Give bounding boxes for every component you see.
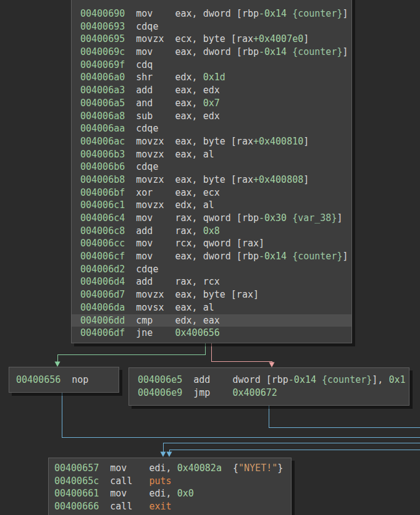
basic-block-00400656[interactable]: 00400656 nop [9,367,119,393]
instruction-mnemonic: jmp [182,387,232,398]
disasm-line[interactable]: 004006b6 cdqe [72,161,351,174]
graph-canvas[interactable]: 00400690 mov eax, dword [rbp-0x14 {count… [0,0,420,515]
instruction-address: 004006dd [80,315,125,326]
instruction-mnemonic: movzx [125,289,175,300]
disasm-line[interactable]: 0040065c call puts [49,475,291,488]
disasm-line[interactable]: 00400693 cdqe [72,20,351,33]
instruction-mnemonic: jne [125,327,175,338]
basic-block-00400690[interactable]: 00400690 mov eax, dword [rbp-0x14 {count… [71,0,352,343]
disasm-line[interactable]: 004006e5 add dword [rbp-0x14 {counter}],… [129,374,409,387]
disasm-line[interactable]: 004006ac movzx eax, byte [rax+0x400810] [72,135,351,148]
disasm-line[interactable]: 004006a3 add eax, edx [72,84,351,97]
instruction-mnemonic: movzx [125,33,175,44]
disasm-line[interactable]: 004006d4 add rax, rcx [72,275,351,288]
instruction-mnemonic: mov [125,46,175,57]
edge-in-to-00400657-a [163,443,420,452]
instruction-address: 004006a0 [80,72,125,83]
disasm-line[interactable]: 004006aa cdqe [72,122,351,135]
operand-token-t [287,8,292,19]
instruction-address: 004006b8 [80,174,125,185]
instruction-mnemonic: movzx [125,149,175,160]
disasm-line[interactable]: 004006e9 jmp 0x400672 [129,387,409,400]
operand-token-t: eax, byte [rax [175,136,253,147]
instruction-address: 004006b6 [80,161,125,172]
disasm-line[interactable]: 004006c8 add rax, 0x8 [72,225,351,238]
instruction-address: 00400657 [54,463,99,474]
operand-token-n: -0x30 [259,212,287,224]
disasm-line[interactable]: 004006cf mov eax, dword [rbp-0x14 {count… [72,250,351,263]
basic-block-00400657[interactable]: 00400657 mov edi, 0x40082a {"NYET!"}0040… [48,458,292,515]
operand-token-y: exit [149,501,172,512]
disasm-line[interactable]: 004006c1 movzx edx, al [72,199,351,212]
instruction-mnemonic: nop [61,374,111,385]
instruction-address: 0040069f [80,59,125,70]
operand-token-n: 0x400656 [175,327,220,338]
disasm-line[interactable]: 004006da movsx eax, al [72,301,351,314]
instruction-address: 004006c8 [80,225,125,237]
operand-token-n: -0x14 [259,251,287,262]
instruction-address: 004006df [80,327,125,338]
disasm-line[interactable]: 0040069c mov eax, dword [rbp-0x14 {count… [72,46,351,59]
operand-token-t: ] [303,33,309,44]
edge-false-branch [211,343,272,362]
instruction-mnemonic: mov [99,488,149,499]
instruction-address: 004006a3 [80,85,125,96]
operand-token-n: 0x40082a [177,463,222,474]
instruction-address: 0040069c [80,46,125,57]
operand-token-t: eax, dword [rbp [175,46,259,57]
instruction-address: 004006c1 [80,199,125,211]
disasm-line[interactable]: 004006b3 movzx eax, al [72,148,351,161]
operand-token-n: 0x1 [388,374,405,385]
operand-token-s: "NYET!" [238,463,277,474]
basic-block-004006e5[interactable]: 004006e5 add dword [rbp-0x14 {counter}],… [128,367,410,406]
instruction-mnemonic: movsx [125,302,175,313]
instruction-mnemonic: movzx [125,174,175,185]
instruction-address: 004006d7 [80,289,125,300]
instruction-mnemonic: sub [125,111,175,122]
disasm-line[interactable]: 004006c4 mov rax, qword [rbp-0x30 {var_3… [72,212,351,225]
operand-token-t: eax, edx [175,85,220,96]
disasm-line[interactable]: 004006d7 movzx eax, byte [rax] [72,288,351,301]
disasm-line-selected[interactable]: 004006dd cmp edx, eax [72,314,351,327]
disasm-line[interactable]: 00400657 mov edi, 0x40082a {"NYET!"} [49,462,291,475]
operand-token-t: eax, ecx [175,187,220,198]
disasm-line[interactable]: 004006a8 sub eax, edx [72,110,351,123]
instruction-address: 004006c4 [80,212,125,224]
operand-token-t [287,251,292,262]
instruction-mnemonic: mov [125,8,175,19]
operand-token-t: edi, [149,488,177,499]
disasm-line[interactable]: 00400666 call exit [49,500,291,513]
disasm-line[interactable]: 004006a0 shr edx, 0x1d [72,71,351,84]
disasm-line[interactable]: 004006a5 and eax, 0x7 [72,97,351,110]
edge-out-from-jmp [269,406,420,427]
disasm-line[interactable]: 004006bf xor eax, ecx [72,186,351,199]
operand-token-n: 0x400672 [233,387,277,398]
operand-token-t: rax, [175,225,203,237]
operand-token-t [316,374,322,385]
instruction-address: 004006b3 [80,149,125,160]
operand-token-t: eax, [175,98,203,109]
operand-token-y: puts [149,475,172,487]
operand-token-t: rax, rcx [175,276,220,287]
operand-token-t: ], [372,374,388,385]
disasm-line[interactable]: 004006b8 movzx eax, byte [rax+0x400808] [72,174,351,186]
disasm-line[interactable]: 00400690 mov eax, dword [rbp-0x14 {count… [72,7,351,20]
instruction-address: 004006e9 [138,387,182,398]
instruction-mnemonic: movzx [125,136,175,147]
operand-token-n: -0x14 [259,8,287,19]
operand-token-t: ] [342,251,348,262]
instruction-mnemonic: shr [125,72,175,83]
disasm-line[interactable]: 004006d2 cdqe [72,263,351,276]
disasm-line[interactable]: 004006df jne 0x400656 [72,327,351,340]
instruction-address: 004006a5 [80,98,125,109]
disasm-line[interactable]: 00400656 nop [9,374,119,387]
operand-token-n: 0x0 [177,488,194,499]
operand-token-t: eax, al [175,149,214,160]
disasm-line[interactable]: 0040069f cdq [72,59,351,72]
disasm-line[interactable]: 00400661 mov edi, 0x0 [49,487,291,500]
instruction-address: 00400690 [80,8,125,19]
disasm-line[interactable]: 00400695 movzx ecx, byte [rax+0x4007e0] [72,33,351,46]
disasm-line[interactable]: 004006cc mov rcx, qword [rax] [72,237,351,250]
instruction-mnemonic: add [182,374,232,385]
instruction-address: 0040065c [54,475,99,487]
